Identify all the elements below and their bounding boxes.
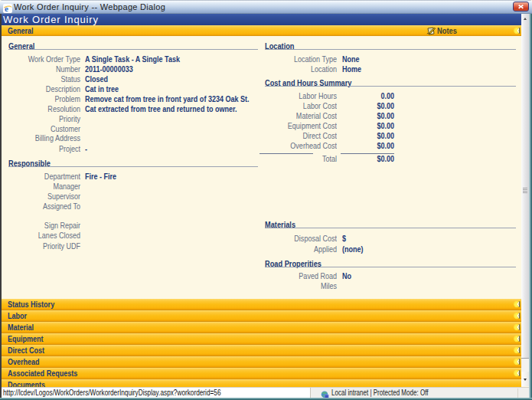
svg-text:e: e	[5, 4, 8, 13]
